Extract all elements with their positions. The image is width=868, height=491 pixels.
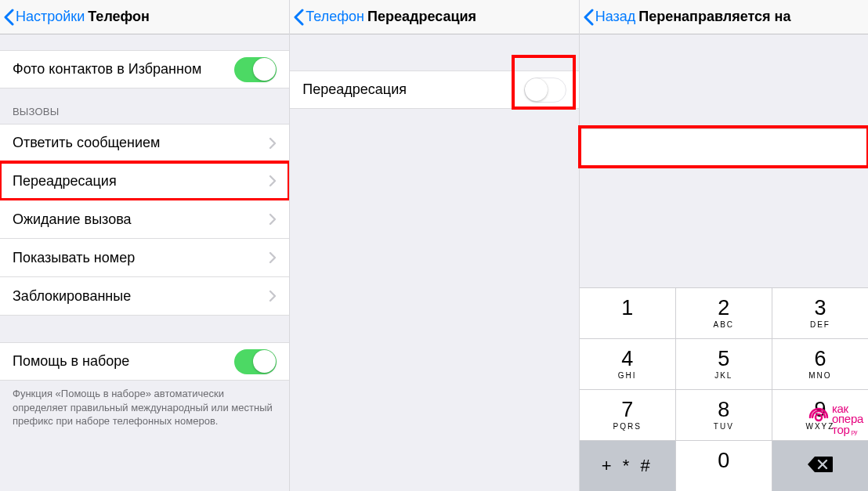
page-title: Телефон [88,9,150,25]
watermark: как опера тор ру [808,403,863,435]
key-6[interactable]: 6MNO [772,338,868,389]
dial-assist-switch[interactable] [234,349,277,374]
back-label: Телефон [306,9,364,25]
respond-with-text-row[interactable]: Ответить сообщением [0,124,289,162]
key-8[interactable]: 8TUV [676,389,772,440]
chevron-right-icon [269,175,277,187]
show-my-caller-id-row[interactable]: Показывать номер [0,239,289,277]
navbar: Телефон Переадресация [290,0,578,34]
backspace-icon [807,455,834,477]
dial-assist-row[interactable]: Помощь в наборе [0,342,289,381]
row-label: Показывать номер [13,250,269,266]
key-1[interactable]: 1 [580,287,676,338]
page-title: Переадресация [367,9,476,25]
dial-assist-label: Помощь в наборе [13,353,234,370]
key-backspace[interactable] [772,440,868,491]
photo-contacts-label: Фото контактов в Избранном [13,61,234,78]
screen-forward-to: Назад Перенаправляется на 1 2ABC 3DEF 4G… [579,0,868,491]
back-button[interactable]: Телефон [290,9,364,26]
key-7[interactable]: 7PQRS [580,389,676,440]
chevron-right-icon [269,251,277,264]
back-label: Назад [595,9,636,25]
calls-section-header: ВЫЗОВЫ [0,88,289,124]
key-symbols[interactable]: + * # [580,440,676,491]
navbar: Настройки Телефон [0,0,289,34]
forward-number-input[interactable] [580,128,868,167]
chevron-right-icon [269,213,277,226]
call-waiting-row[interactable]: Ожидание вызова [0,200,289,239]
photo-contacts-row[interactable]: Фото контактов в Избранном [0,50,289,88]
chevron-left-icon [583,9,594,26]
forwarding-switch[interactable] [524,78,566,103]
numeric-keypad: 1 2ABC 3DEF 4GHI 5JKL 6MNO 7PQRS 8TUV 9W… [580,287,868,491]
navbar: Назад Перенаправляется на [580,0,868,34]
photo-contacts-switch[interactable] [234,57,277,82]
row-label: Ожидание вызова [13,211,269,228]
chevron-left-icon [293,9,304,26]
back-button[interactable]: Назад [580,9,636,26]
svg-point-2 [816,414,822,421]
key-4[interactable]: 4GHI [580,338,676,389]
watermark-line3: тор [832,424,850,435]
dial-assist-footer: Функция «Помощь в наборе» автоматически … [0,381,289,428]
chevron-left-icon [3,9,14,26]
key-2[interactable]: 2ABC [676,287,772,338]
page-title: Перенаправляется на [638,9,790,25]
row-label: Переадресация [13,173,269,190]
forwarding-toggle-row[interactable]: Переадресация [290,70,578,109]
screen-call-forwarding: Телефон Переадресация Переадресация [289,0,578,491]
row-label: Заблокированные [13,288,269,305]
back-label: Настройки [16,9,85,25]
key-3[interactable]: 3DEF [772,287,868,338]
key-5[interactable]: 5JKL [676,338,772,389]
call-forwarding-row[interactable]: Переадресация [0,162,289,200]
chevron-right-icon [269,290,277,302]
blocked-row[interactable]: Заблокированные [0,277,289,316]
watermark-sub: ру [851,429,857,435]
key-0[interactable]: 0 [676,440,772,491]
back-button[interactable]: Настройки [0,9,85,26]
watermark-icon [808,407,829,431]
chevron-right-icon [269,137,277,150]
row-label: Ответить сообщением [13,135,269,151]
screen-phone-settings: Настройки Телефон Фото контактов в Избра… [0,0,289,491]
forwarding-label: Переадресация [302,81,523,98]
